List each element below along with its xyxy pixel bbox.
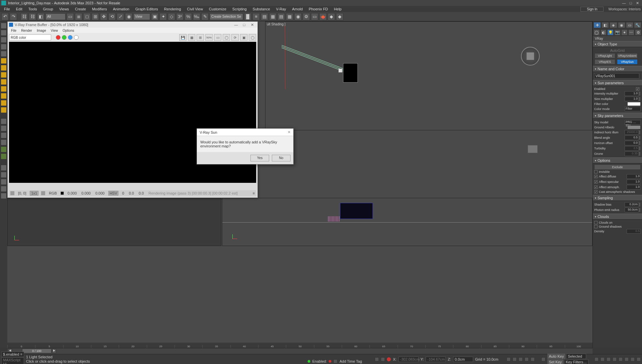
minimize-button[interactable]: — <box>621 1 627 5</box>
options-rollout[interactable]: Options <box>593 157 642 163</box>
vfb-channel-dropdown[interactable]: RGB color <box>9 34 51 40</box>
scene-room-object[interactable] <box>340 203 373 219</box>
tool-19-icon[interactable] <box>1 153 7 159</box>
time-config-button[interactable] <box>333 359 337 363</box>
pivot-button[interactable]: ▣ <box>151 13 158 20</box>
turbidity-spinner[interactable] <box>639 146 641 151</box>
castatmos-check[interactable] <box>594 190 598 194</box>
vrayies-button[interactable]: VRayIES <box>595 59 615 65</box>
viewcube-face[interactable] <box>526 52 534 60</box>
vray-toolbar-1[interactable]: ◆ <box>328 13 335 20</box>
viewport-nav-7[interactable] <box>631 357 635 361</box>
curve-editor-button[interactable]: ▤ <box>278 13 285 20</box>
mirror-button[interactable]: ▐▌ <box>244 13 251 20</box>
turbidity-input[interactable]: 2.5 <box>625 146 639 151</box>
viewport-front[interactable] <box>7 198 221 246</box>
vfb-titlebar[interactable]: V-Ray Frame Buffer - [50.0% of 1920 x 10… <box>8 22 257 28</box>
sizemul-input[interactable]: 1.0 <box>625 97 639 101</box>
transform-type-icon[interactable] <box>381 357 385 361</box>
clouds-rollout[interactable]: Clouds <box>593 214 642 220</box>
menu-help[interactable]: Help <box>331 7 344 11</box>
vfb-history-icon[interactable]: ▦ <box>188 34 195 41</box>
select-by-name-button[interactable]: ≣ <box>75 13 82 20</box>
vfb-menu-render[interactable]: Render <box>19 29 34 32</box>
render-setup-button[interactable]: ⚙ <box>303 13 310 20</box>
affectspecular-check[interactable] <box>594 180 598 184</box>
menu-arnold[interactable]: Arnold <box>290 7 306 11</box>
density-input[interactable]: 0.5 <box>627 229 641 234</box>
viewport-nav-5[interactable] <box>619 357 623 361</box>
maxscript-input-2[interactable]: MAXScript Mi… <box>1 357 24 364</box>
lights-icon[interactable]: 💡 <box>607 29 614 35</box>
next-frame-button[interactable] <box>525 357 529 361</box>
viewport-nav-2[interactable] <box>601 357 605 361</box>
menu-scripting[interactable]: Scripting <box>230 7 249 11</box>
unlink-button[interactable]: ⛓ <box>29 13 36 20</box>
no-button[interactable]: No <box>272 155 291 161</box>
tool-23-icon[interactable] <box>1 186 7 192</box>
edit-named-sel-button[interactable]: ✎ <box>201 13 209 20</box>
create-tab[interactable]: ✚ <box>594 22 601 28</box>
layer-icon[interactable] <box>1 30 7 36</box>
key-target-dropdown[interactable]: Selected <box>566 354 586 359</box>
skymodel-dropdown[interactable]: PRG … Sky <box>625 120 641 125</box>
vfb-curve-icon[interactable] <box>41 191 45 195</box>
menu-substance[interactable]: Substance <box>250 7 273 11</box>
key-mode-icon[interactable] <box>541 357 545 361</box>
maxscript-input-1[interactable]: $.enabled = <box>1 352 24 357</box>
blendangle-spinner[interactable] <box>639 135 641 140</box>
tool-24-icon[interactable] <box>1 193 7 199</box>
menu-vray[interactable]: V-Ray <box>274 7 289 11</box>
rotate-button[interactable]: ⟲ <box>108 13 116 20</box>
intensity-input[interactable]: 1.0 <box>625 91 639 96</box>
hierarchy-tab[interactable]: ◈ <box>610 22 617 28</box>
menu-grapheditors[interactable]: Graph Editors <box>133 7 161 11</box>
vfb-pixel-info-icon[interactable] <box>10 191 14 195</box>
cameras-icon[interactable]: 📷 <box>614 29 621 35</box>
display-tab[interactable]: ▭ <box>626 22 633 28</box>
scene-explorer-icon[interactable] <box>1 23 7 29</box>
tool-5-icon[interactable] <box>1 51 7 57</box>
tool-6-icon[interactable] <box>1 58 7 64</box>
vfb-render-icon[interactable]: ◯ <box>249 34 256 41</box>
modify-tab[interactable]: ◧ <box>602 22 609 28</box>
name-color-rollout[interactable]: Name and Color <box>593 66 642 72</box>
align-button[interactable]: ≡ <box>252 13 260 20</box>
isolate-icon[interactable] <box>387 357 391 361</box>
menu-animation[interactable]: Animation <box>110 7 132 11</box>
sizemul-spinner[interactable] <box>639 97 641 101</box>
viewport-perspective[interactable] <box>222 198 593 246</box>
vray-toolbar-2[interactable]: ◆ <box>336 13 343 20</box>
vfb-track-icon[interactable]: ◯ <box>223 34 230 41</box>
named-selection-dropdown[interactable]: Create Selection Se <box>210 13 243 20</box>
vfb-green-channel[interactable] <box>62 35 67 40</box>
tool-14-icon[interactable] <box>1 118 7 124</box>
time-slider-track[interactable]: ◀ 0 / 100 ▶ <box>7 348 593 354</box>
dialog-close-button[interactable]: ✕ <box>288 130 291 134</box>
bind-button[interactable]: ◧ <box>37 13 44 20</box>
tool-15-icon[interactable] <box>1 125 7 131</box>
colormode-dropdown[interactable]: Filter <box>625 107 641 111</box>
vfb-save-icon[interactable]: 💾 <box>179 34 187 41</box>
indirecthoriz-spinner[interactable] <box>639 130 641 135</box>
close-button[interactable]: ✕ <box>634 1 641 5</box>
horizonoffset-spinner[interactable] <box>639 141 641 145</box>
scale-button[interactable]: ⤢ <box>117 13 124 20</box>
goto-end-button[interactable] <box>531 357 535 361</box>
viewcube[interactable] <box>521 47 540 66</box>
filtercolor-swatch[interactable] <box>627 102 641 106</box>
menu-views[interactable]: Views <box>57 7 72 11</box>
schematic-view-button[interactable]: ▦ <box>286 13 293 20</box>
affectdiffuse-check[interactable] <box>594 175 598 178</box>
menu-civilview[interactable]: Civil View <box>184 7 205 11</box>
cloudson-check[interactable] <box>594 221 598 224</box>
viewport-object[interactable] <box>343 63 358 83</box>
menu-phoenixfd[interactable]: Phoenix FD <box>306 7 330 11</box>
signin-button[interactable]: Sign In <box>580 7 604 12</box>
vfb-hsv-dropdown[interactable]: HSV <box>108 191 119 196</box>
tool-13-icon[interactable] <box>1 107 7 113</box>
prev-frame-button[interactable] <box>513 357 517 361</box>
tool-22-icon[interactable] <box>1 179 7 185</box>
affectatmos-input[interactable]: 1.0 <box>627 185 641 190</box>
steering-wheel[interactable] <box>528 145 538 153</box>
